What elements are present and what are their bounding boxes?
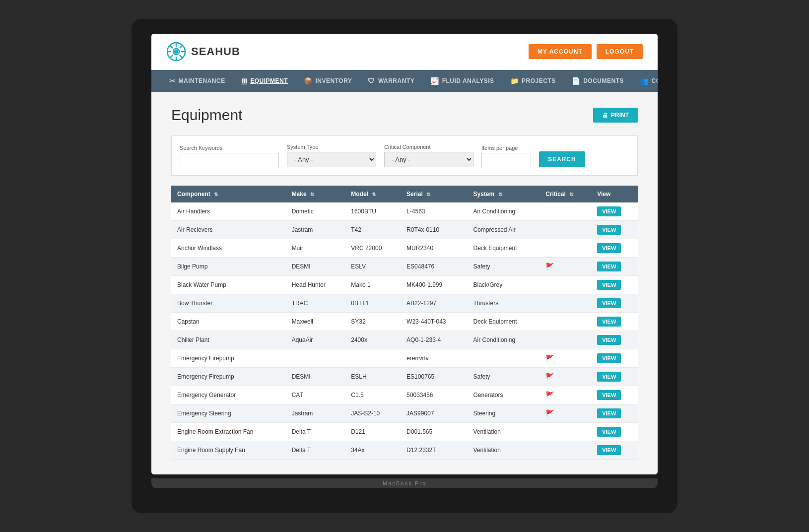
cell-view: VIEW [591, 349, 638, 368]
search-button[interactable]: SEARCH [539, 151, 585, 167]
cell-make: Jastram [286, 221, 345, 239]
view-button[interactable]: VIEW [597, 206, 621, 216]
svg-line-8 [180, 45, 183, 48]
nav-item-projects[interactable]: 📁 PROJECTS [502, 70, 564, 92]
cell-make: Dometic [286, 202, 345, 221]
cell-serial: MK400-1.999 [401, 276, 467, 294]
nav-item-fluid-analysis[interactable]: 📈 FLUID ANALYSIS [422, 70, 502, 92]
col-label-critical: Critical [545, 191, 566, 198]
col-header-serial[interactable]: Serial ⇅ [401, 186, 467, 202]
cell-model: VRC 22000 [345, 239, 401, 258]
col-header-model[interactable]: Model ⇅ [345, 186, 401, 202]
cell-serial: D001.565 [401, 423, 467, 441]
cell-make: Jastram [286, 404, 345, 423]
cell-make: AquaAir [286, 331, 345, 349]
view-button[interactable]: VIEW [597, 408, 621, 418]
table-row: Emergency FirepumpDESMIESLHES100765Safet… [171, 368, 638, 386]
cell-view: VIEW [591, 294, 638, 313]
cell-serial: JAS99007 [401, 404, 467, 423]
equipment-icon: ⊞ [241, 77, 248, 85]
table-row: Emergency SteeringJastramJAS-S2-10JAS990… [171, 404, 638, 423]
cell-system: Safety [468, 258, 540, 276]
nav-item-documents[interactable]: 📄 DOCUMENTS [564, 70, 632, 92]
cell-component: Air Recievers [171, 221, 286, 239]
cell-make: Head Hunter [286, 276, 345, 294]
sort-arrows-critical: ⇅ [569, 192, 573, 197]
table-row: Engine Room Extraction FanDelta TD121D00… [171, 423, 638, 441]
system-type-label: System Type [287, 144, 376, 150]
col-header-system[interactable]: System ⇅ [468, 186, 540, 202]
view-button[interactable]: VIEW [597, 372, 621, 382]
view-button[interactable]: VIEW [597, 298, 621, 308]
nav-label-fluid-analysis: FLUID ANALYSIS [442, 77, 494, 84]
cell-component: Black Water Pump [171, 276, 286, 294]
nav-item-maintenance[interactable]: ✂ MAINTENANCE [161, 70, 233, 92]
cell-model: ESLV [345, 258, 401, 276]
cell-model: JAS-S2-10 [345, 404, 401, 423]
table-row: Air RecieversJastramT42R0T4x-0110Compres… [171, 221, 638, 239]
table-row: Bow ThursterTRAC0BTT1AB22-1297ThrustersV… [171, 294, 638, 313]
nav-item-warranty[interactable]: 🛡 WARRANTY [360, 70, 422, 92]
cell-view: VIEW [591, 276, 638, 294]
critical-flag-icon: 🚩 [545, 263, 554, 270]
cell-model: D121 [345, 423, 401, 441]
nav-label-maintenance: MAINTENANCE [179, 77, 225, 84]
items-per-page-field: Items per page 50 [481, 145, 531, 167]
search-bar: Search Keywords System Type - Any - Crit… [171, 135, 638, 176]
view-button[interactable]: VIEW [597, 243, 621, 253]
critical-flag-icon: 🚩 [545, 354, 554, 362]
cell-system: Generators [468, 386, 540, 404]
cell-model: SY32 [345, 313, 401, 331]
cell-view: VIEW [591, 368, 638, 386]
view-button[interactable]: VIEW [597, 445, 621, 455]
nav-label-documents: DOCUMENTS [583, 77, 624, 84]
cell-component: Bilge Pump [171, 258, 286, 276]
cell-component: Chiller Plant [171, 331, 286, 349]
col-header-component[interactable]: Component ⇅ [171, 186, 286, 202]
critical-flag-icon: 🚩 [545, 373, 554, 381]
cell-serial: D12.2332T [401, 441, 467, 460]
cell-make: Muir [286, 239, 345, 258]
view-button[interactable]: VIEW [597, 390, 621, 400]
nav-item-inventory[interactable]: 📦 INVENTORY [296, 70, 360, 92]
view-button[interactable]: VIEW [597, 262, 621, 271]
items-per-page-input[interactable]: 50 [481, 153, 531, 167]
cell-make: DESMI [286, 258, 345, 276]
cell-serial: 50033456 [401, 386, 467, 404]
view-button[interactable]: VIEW [597, 427, 621, 437]
logo-area: SEAHUB [166, 42, 240, 62]
logout-button[interactable]: LOGOUT [597, 44, 643, 59]
nav-label-contacts: CONTACTS [652, 77, 658, 84]
my-account-button[interactable]: MY ACCOUNT [529, 44, 592, 59]
col-label-system: System [473, 191, 495, 198]
col-header-critical[interactable]: Critical ⇅ [539, 186, 591, 202]
cell-make: CAT [286, 386, 345, 404]
cell-view: VIEW [591, 331, 638, 349]
nav-item-equipment[interactable]: ⊞ EQUIPMENT [233, 70, 296, 92]
view-button[interactable]: VIEW [597, 335, 621, 345]
view-button[interactable]: VIEW [597, 280, 621, 290]
view-button[interactable]: VIEW [597, 225, 621, 235]
sort-arrows-system: ⇅ [498, 192, 502, 197]
cell-component: Emergency Firepump [171, 368, 286, 386]
col-header-make[interactable]: Make ⇅ [286, 186, 345, 202]
cell-system: Ventilation [468, 441, 540, 460]
cell-critical [539, 239, 591, 258]
cell-view: VIEW [591, 404, 638, 423]
view-button[interactable]: VIEW [597, 317, 621, 327]
critical-component-select[interactable]: - Any - [384, 152, 473, 167]
print-button[interactable]: 🖨 PRINT [593, 108, 638, 123]
cell-system: Black/Grey [468, 276, 540, 294]
critical-component-field: Critical Component - Any - [384, 144, 473, 167]
view-button[interactable]: VIEW [597, 353, 621, 363]
nav-label-inventory: INVENTORY [316, 77, 352, 84]
cell-make: DESMI [286, 368, 345, 386]
col-label-view: View [597, 191, 610, 198]
system-type-select[interactable]: - Any - [287, 152, 376, 167]
cell-view: VIEW [591, 221, 638, 239]
table-row: CapstanMaxwellSY32W23-440T-043Deck Equip… [171, 313, 638, 331]
nav-item-contacts[interactable]: 👥 CONTACTS [632, 70, 658, 92]
search-keywords-input[interactable] [180, 153, 279, 167]
cell-view: VIEW [591, 202, 638, 221]
sort-arrows-component: ⇅ [214, 192, 218, 197]
